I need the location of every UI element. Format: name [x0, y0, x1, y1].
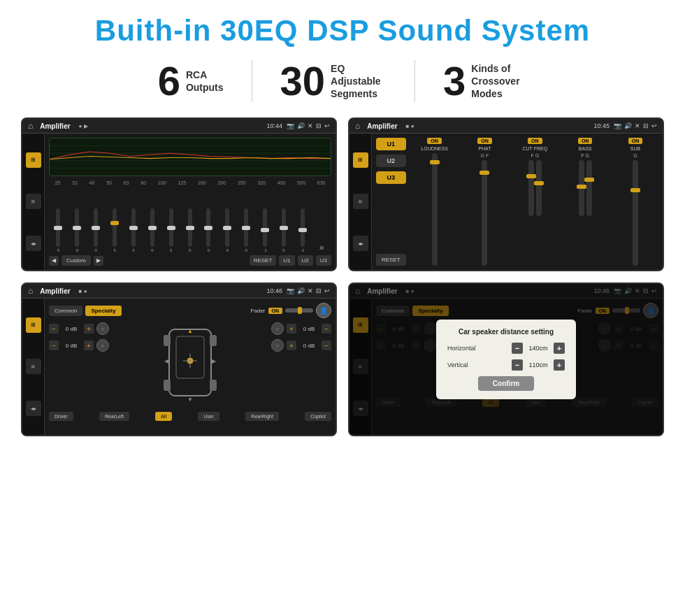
common-tab[interactable]: Common [49, 306, 82, 316]
u1-select-btn[interactable]: U1 [376, 138, 406, 150]
sidebar-vol-btn-3[interactable]: ◂▸ [26, 401, 41, 416]
horizontal-plus-btn[interactable]: + [554, 343, 565, 354]
camera-icon: 📷 [287, 122, 294, 129]
crossover-topbar: ⌂ Amplifier ■ ● 10:45 📷 🔊 ✕ ⊟ ↩ [349, 119, 663, 134]
sidebar-wave-btn-3[interactable]: ≋ [26, 359, 41, 374]
freq-250: 250 [238, 180, 246, 185]
back-icon-3: ↩ [324, 287, 330, 294]
eq-sidebar: ⊞ ≋ ◂▸ [22, 134, 45, 270]
sidebar-eq-btn[interactable]: ⊞ [26, 152, 41, 168]
eq-freq-labels: 25 32 40 50 63 80 100 125 160 200 250 32… [49, 180, 331, 185]
copilot-btn[interactable]: Copilot [305, 412, 331, 421]
rear-left-control: − 0 dB + ○ [49, 339, 150, 352]
fader-time: 10:46 [266, 287, 282, 294]
svg-rect-11 [210, 335, 217, 346]
slider-13[interactable]: 0 [282, 208, 286, 252]
slider-3[interactable]: 0 [94, 208, 98, 252]
sidebar-vol-btn[interactable]: ◂▸ [26, 236, 41, 251]
freq-40: 40 [89, 180, 95, 185]
rr-speaker-icon: ○ [271, 339, 284, 352]
min-icon-2: ⊟ [643, 122, 649, 129]
rear-right-control: − 0 dB + ○ [231, 339, 331, 352]
driver-btn[interactable]: Driver [49, 412, 73, 421]
bass-label: BASS [579, 146, 592, 151]
more-btn[interactable]: » [319, 243, 324, 252]
vertical-row: Vertical − 110cm + [447, 359, 565, 371]
slider-1[interactable]: 0 [56, 208, 60, 252]
freq-50: 50 [106, 180, 112, 185]
slider-10[interactable]: 0 [225, 208, 229, 252]
sidebar-wave-btn-2[interactable]: ≋ [353, 194, 368, 209]
slider-8[interactable]: 0 [188, 208, 192, 252]
stats-row: 6 RCAOutputs 30 EQ AdjustableSegments 3 … [21, 60, 664, 102]
rr-plus-btn[interactable]: + [287, 341, 296, 350]
fr-minus-btn[interactable]: − [322, 324, 331, 334]
fader-slider-h[interactable] [285, 308, 313, 313]
slider-6[interactable]: 0 [150, 208, 154, 252]
rearright-btn[interactable]: RearRight [245, 412, 279, 421]
user-avatar: 👤 [316, 303, 331, 318]
slider-4[interactable]: 5 [113, 208, 117, 252]
sidebar-wave-btn[interactable]: ≋ [26, 194, 41, 209]
speaker-distance-dialog: Car speaker distance setting Horizontal … [436, 320, 576, 399]
prev-preset-btn[interactable]: ◀ [49, 256, 59, 266]
crossover-time: 10:45 [593, 122, 610, 129]
front-left-control: − 0 dB + ○ [49, 322, 150, 335]
crossover-content: ⊞ ≋ ◂▸ U1 U2 U3 RESET ON LO [349, 134, 663, 270]
x-icon-3: ✕ [308, 287, 313, 294]
sidebar-vol-btn-2[interactable]: ◂▸ [353, 236, 368, 251]
rearleft-btn[interactable]: RearLeft [99, 412, 129, 421]
freq-80: 80 [140, 180, 146, 185]
fl-plus-btn[interactable]: + [84, 324, 94, 334]
eq-content: ⊞ ≋ ◂▸ [22, 134, 336, 270]
u3-select-btn[interactable]: U3 [376, 171, 406, 184]
freq-200: 200 [217, 180, 226, 185]
all-btn[interactable]: All [155, 412, 172, 421]
cutfreq-on: ON [528, 138, 542, 144]
horizontal-minus-btn[interactable]: − [512, 343, 523, 354]
vertical-plus-btn[interactable]: + [554, 359, 565, 371]
sidebar-eq-btn-2[interactable]: ⊞ [353, 152, 368, 168]
stat-eq: 30 EQ AdjustableSegments [252, 61, 415, 101]
front-right-control: − 0 dB + ○ [231, 322, 331, 335]
eq-screen-card: ⌂ Amplifier ● ▶ 10:44 📷 🔊 ✕ ⊟ ↩ ⊞ ≋ ◂▸ [21, 117, 337, 271]
slider-14[interactable]: -1 [301, 208, 305, 252]
rl-db: 0 dB [62, 343, 81, 349]
slider-12[interactable]: -1 [263, 208, 267, 252]
stat-eq-label: EQ AdjustableSegments [331, 62, 387, 101]
slider-2[interactable]: 0 [75, 208, 79, 252]
horizontal-input: − 140cm + [512, 343, 565, 354]
u2-btn[interactable]: U2 [298, 255, 313, 266]
crossover-reset-btn[interactable]: RESET [376, 254, 406, 266]
user-btn[interactable]: User [198, 412, 219, 421]
crossover-dots: ■ ● [406, 123, 414, 129]
reset-btn[interactable]: RESET [250, 255, 277, 266]
fader-text: Fader [251, 308, 266, 314]
eq-sliders-row: 0 0 0 5 0 0 0 0 0 0 0 -1 0 -1 » [49, 188, 331, 252]
slider-7[interactable]: 0 [169, 208, 173, 252]
fl-minus-btn[interactable]: − [49, 324, 59, 334]
crossover-controls: ON LOUDNESS ON PHAT G F [412, 138, 658, 266]
vertical-value: 110cm [526, 361, 551, 368]
u2-select-btn[interactable]: U2 [376, 155, 406, 167]
u3-btn[interactable]: U3 [316, 255, 331, 266]
next-preset-btn[interactable]: ▶ [94, 256, 103, 266]
freq-25: 25 [55, 180, 60, 185]
slider-11[interactable]: 0 [244, 208, 248, 252]
dialog-screen-card: ⌂ Amplifier ■ ● 10:46 📷 🔊 ✕ ⊟ ↩ ⊞ ≋ ◂▸ [348, 282, 664, 436]
rl-minus-btn[interactable]: − [49, 341, 59, 350]
rl-plus-btn[interactable]: + [84, 341, 94, 350]
u1-btn[interactable]: U1 [279, 255, 294, 266]
confirm-button[interactable]: Confirm [478, 376, 534, 391]
eq-dots: ● ▶ [79, 123, 88, 129]
slider-9[interactable]: 0 [206, 208, 210, 252]
x-icon-2: ✕ [635, 122, 640, 129]
vertical-minus-btn[interactable]: − [512, 359, 523, 371]
sidebar-eq-btn-3[interactable]: ⊞ [26, 317, 41, 333]
svg-text:▲: ▲ [187, 328, 193, 334]
specialty-tab[interactable]: Specialty [85, 306, 121, 316]
fr-plus-btn[interactable]: + [287, 324, 296, 334]
rr-minus-btn[interactable]: − [322, 341, 331, 350]
vertical-label: Vertical [447, 361, 468, 368]
slider-5[interactable]: 0 [131, 208, 136, 252]
